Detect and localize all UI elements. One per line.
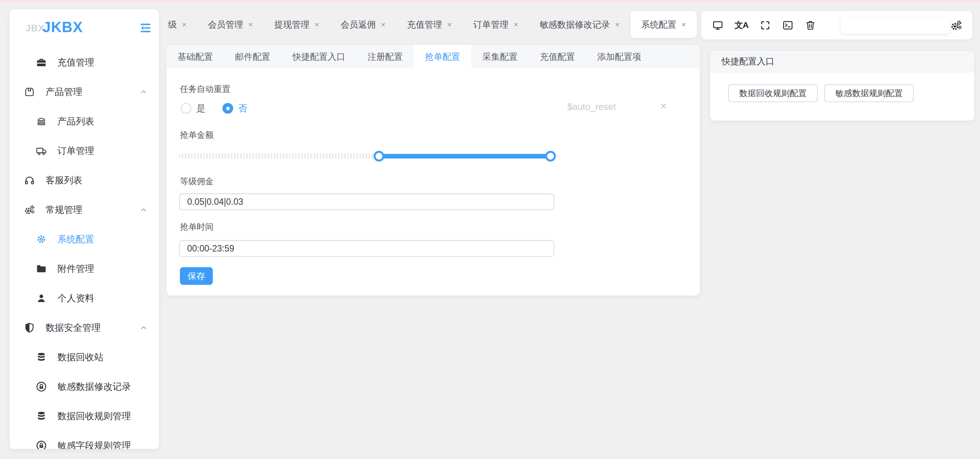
sidebar-item-data-recycle-bin[interactable]: 数据回收站 [10, 342, 159, 372]
config-tab-mail-config[interactable]: 邮件配置 [224, 45, 281, 69]
sidebar-item-product-management[interactable]: 产品管理 [10, 77, 159, 106]
sidebar-item-profile[interactable]: 个人资料 [10, 283, 159, 313]
sidebar-item-label: 个人资料 [57, 292, 94, 304]
sidebar-item-data-recycle-rules[interactable]: 数据回收规则管理 [10, 401, 159, 431]
grab-time-label: 抢单时间 [180, 221, 214, 233]
open-tab-member-management[interactable]: 会员管理× [197, 11, 263, 38]
config-tab-basic-config[interactable]: 基础配置 [167, 45, 224, 69]
gears-icon [24, 204, 35, 216]
fullscreen-icon[interactable] [760, 20, 771, 31]
settings-gears-icon[interactable] [950, 19, 962, 31]
chevron-up-icon [139, 87, 148, 96]
toolbar: 文A [701, 11, 972, 39]
tab-label: 会员管理 [208, 19, 243, 31]
lock-icon [36, 381, 47, 392]
sidebar-item-recharge-management[interactable]: 充值管理 [10, 47, 159, 77]
data-recycle-rule-config-button[interactable]: 数据回收规则配置 [728, 84, 818, 102]
translate-icon[interactable]: 文A [735, 20, 748, 31]
close-icon[interactable]: × [615, 20, 620, 29]
sidebar-item-sensitive-data-change-log[interactable]: 敏感数据修改记录 [10, 372, 159, 401]
clear-icon[interactable]: × [660, 100, 666, 112]
close-icon[interactable]: × [182, 20, 186, 29]
config-tab-quick-config-entry[interactable]: 快捷配置入口 [281, 45, 356, 69]
burger-icon [36, 116, 47, 127]
trash-icon[interactable] [805, 20, 816, 31]
config-tab-recharge-config[interactable]: 充值配置 [529, 45, 586, 69]
close-icon[interactable]: × [248, 20, 253, 29]
sidebar-item-label: 数据安全管理 [46, 322, 101, 334]
sidebar-item-label: 系统配置 [57, 233, 94, 245]
open-tab-sensitive-data-change-log[interactable]: 敏感数据修改记录× [529, 11, 630, 38]
terminal-icon[interactable] [782, 20, 794, 31]
sidebar-item-attachment-management[interactable]: 附件管理 [10, 254, 159, 283]
open-tab-withdraw-management[interactable]: 提现管理× [264, 11, 330, 38]
slider-rail[interactable] [179, 154, 379, 159]
sidebar-item-customer-service-list[interactable]: 客服列表 [10, 165, 159, 195]
chevron-up-icon [139, 323, 148, 332]
headphones-icon [24, 175, 35, 186]
gear-icon [36, 234, 47, 245]
slider-handle-start[interactable] [374, 151, 384, 162]
grab-time-input[interactable] [179, 240, 554, 257]
save-button[interactable]: 保存 [180, 267, 213, 285]
user-icon [36, 292, 47, 304]
open-tab-member-rebate[interactable]: 会员返佣× [330, 11, 396, 38]
open-tab-truncated-level[interactable]: 级× [157, 11, 197, 38]
sidebar-logo-row: JBX JKBX [10, 9, 159, 47]
quick-config-panel: 快捷配置入口 数据回收规则配置敏感数据规则配置 [710, 51, 974, 121]
sidebar-menu: 充值管理产品管理产品列表订单管理客服列表常规管理系统配置附件管理个人资料数据安全… [10, 47, 159, 449]
sidebar-item-label: 数据回收站 [57, 351, 103, 363]
sidebar-item-label: 敏感字段规则管理 [57, 439, 131, 449]
open-tab-order-management[interactable]: 订单管理× [462, 11, 529, 38]
toolbar-search-input[interactable] [841, 17, 950, 34]
close-icon[interactable]: × [381, 20, 385, 29]
close-icon[interactable]: × [447, 20, 452, 29]
app-logo: JKBX [42, 19, 83, 36]
quick-config-panel-title: 快捷配置入口 [710, 51, 974, 72]
slider-handle-end[interactable] [545, 151, 556, 162]
sidebar-item-label: 常规管理 [46, 204, 82, 216]
config-tab-register-config[interactable]: 注册配置 [356, 45, 414, 69]
tab-label: 级 [168, 19, 177, 31]
shield-icon [24, 322, 35, 333]
open-tab-recharge-management[interactable]: 充值管理× [396, 11, 462, 38]
auto-reset-option-0[interactable]: 是 [181, 102, 206, 114]
sidebar-item-label: 订单管理 [57, 145, 94, 157]
app-root: JBX JKBX 充值管理产品管理产品列表订单管理客服列表常规管理系统配置附件管… [0, 0, 980, 459]
sidebar-item-product-list[interactable]: 产品列表 [10, 106, 159, 136]
radio-unchecked-icon[interactable] [181, 103, 191, 114]
close-icon[interactable]: × [681, 20, 686, 29]
tab-label: 充值管理 [407, 19, 442, 31]
sidebar-item-sensitive-field-rules[interactable]: 敏感字段规则管理 [10, 431, 159, 449]
sidebar-item-system-config[interactable]: 系统配置 [10, 224, 159, 254]
sidebar-item-label: 产品管理 [46, 86, 82, 98]
collapse-sidebar-icon[interactable] [139, 21, 152, 34]
sidebar-item-data-security-management[interactable]: 数据安全管理 [10, 313, 159, 342]
sidebar-item-general-management[interactable]: 常规管理 [10, 195, 159, 224]
database-icon [36, 351, 47, 363]
tab-label: 系统配置 [641, 19, 676, 31]
grab-amount-label: 抢单金额 [180, 129, 214, 141]
config-tab-grab-order-config[interactable]: 抢单配置 [414, 45, 471, 69]
tab-label: 敏感数据修改记录 [540, 19, 610, 31]
sidebar-item-label: 敏感数据修改记录 [57, 381, 131, 393]
monitor-icon[interactable] [712, 20, 724, 31]
slider-filled-track[interactable] [379, 154, 550, 158]
grab-amount-slider [179, 151, 550, 162]
content-card: 基础配置邮件配置快捷配置入口注册配置抢单配置采集配置充值配置添加配置项 任务自动… [167, 45, 700, 296]
chevron-up-icon [139, 205, 148, 214]
close-icon[interactable]: × [513, 20, 518, 29]
config-tab-collect-config[interactable]: 采集配置 [471, 45, 529, 69]
quick-config-buttons: 数据回收规则配置敏感数据规则配置 [710, 72, 974, 102]
sidebar-item-order-management[interactable]: 订单管理 [10, 136, 159, 165]
top-accent-strip [0, 0, 980, 2]
close-icon[interactable]: × [315, 20, 319, 29]
sensitive-data-rule-config-button[interactable]: 敏感数据规则配置 [824, 84, 914, 102]
config-tab-add-config-item[interactable]: 添加配置项 [586, 45, 652, 69]
commission-input[interactable] [179, 193, 554, 210]
radio-checked-icon[interactable] [222, 103, 233, 114]
sidebar: JBX JKBX 充值管理产品管理产品列表订单管理客服列表常规管理系统配置附件管… [10, 9, 159, 449]
open-tab-system-config[interactable]: 系统配置× [630, 11, 697, 38]
auto-reset-option-1[interactable]: 否 [222, 102, 247, 114]
radio-label: 否 [238, 102, 247, 114]
